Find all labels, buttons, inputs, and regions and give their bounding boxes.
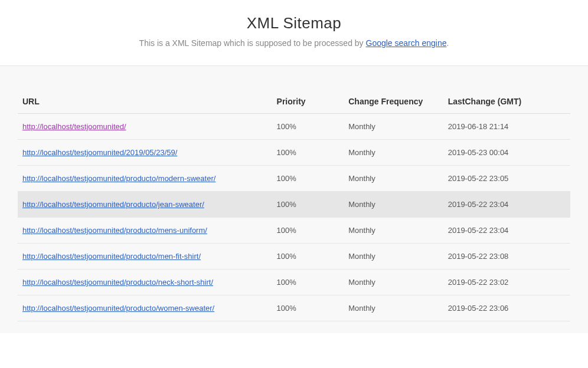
column-header-url: URL <box>18 90 272 114</box>
sitemap-url-link[interactable]: http://localhost/testjoomunited/producto… <box>22 252 201 261</box>
table-row: http://localhost/testjoomunited/producto… <box>18 244 570 270</box>
google-link[interactable]: Google search engine <box>366 38 447 48</box>
cell-last-change: 2019-05-22 23:04 <box>443 192 570 218</box>
column-header-change-frequency: Change Frequency <box>344 90 443 114</box>
subtitle-suffix: . <box>447 38 449 48</box>
cell-last-change: 2019-05-22 23:05 <box>443 166 570 192</box>
cell-priority: 100% <box>272 166 344 192</box>
cell-last-change: 2019-05-23 00:04 <box>443 140 570 166</box>
cell-change-frequency: Monthly <box>344 244 443 270</box>
table-row: http://localhost/testjoomunited/producto… <box>18 218 570 244</box>
cell-url: http://localhost/testjoomunited/producto… <box>18 218 272 244</box>
cell-url: http://localhost/testjoomunited/producto… <box>18 244 272 270</box>
cell-url: http://localhost/testjoomunited/producto… <box>18 295 272 321</box>
cell-change-frequency: Monthly <box>344 218 443 244</box>
cell-url: http://localhost/testjoomunited/producto… <box>18 192 272 218</box>
sitemap-url-link[interactable]: http://localhost/testjoomunited/producto… <box>22 278 213 287</box>
cell-change-frequency: Monthly <box>344 140 443 166</box>
cell-priority: 100% <box>272 218 344 244</box>
cell-change-frequency: Monthly <box>344 192 443 218</box>
cell-url: http://localhost/testjoomunited/ <box>18 114 272 140</box>
sitemap-url-link[interactable]: http://localhost/testjoomunited/2019/05/… <box>22 148 177 157</box>
cell-last-change: 2019-05-22 23:06 <box>443 295 570 321</box>
sitemap-url-link[interactable]: http://localhost/testjoomunited/producto… <box>22 226 207 235</box>
cell-change-frequency: Monthly <box>344 166 443 192</box>
cell-last-change: 2019-06-18 21:14 <box>443 114 570 140</box>
cell-url: http://localhost/testjoomunited/producto… <box>18 270 272 295</box>
table-row: http://localhost/testjoomunited/producto… <box>18 270 570 295</box>
page-title: XML Sitemap <box>12 14 576 32</box>
cell-change-frequency: Monthly <box>344 270 443 295</box>
cell-last-change: 2019-05-22 23:02 <box>443 270 570 295</box>
cell-priority: 100% <box>272 114 344 140</box>
table-row: http://localhost/testjoomunited/producto… <box>18 166 570 192</box>
sitemap-url-link[interactable]: http://localhost/testjoomunited/producto… <box>22 200 204 209</box>
cell-change-frequency: Monthly <box>344 114 443 140</box>
cell-last-change: 2019-05-22 23:08 <box>443 244 570 270</box>
cell-last-change: 2019-05-22 23:04 <box>443 218 570 244</box>
table-row: http://localhost/testjoomunited/producto… <box>18 295 570 321</box>
cell-url: http://localhost/testjoomunited/2019/05/… <box>18 140 272 166</box>
table-row: http://localhost/testjoomunited/100%Mont… <box>18 114 570 140</box>
column-header-priority: Priority <box>272 90 344 114</box>
cell-priority: 100% <box>272 270 344 295</box>
table-row: http://localhost/testjoomunited/producto… <box>18 192 570 218</box>
subtitle-prefix: This is a XML Sitemap which is supposed … <box>139 38 366 48</box>
page-subtitle: This is a XML Sitemap which is supposed … <box>12 38 576 48</box>
table-row: http://localhost/testjoomunited/2019/05/… <box>18 140 570 166</box>
sitemap-url-link[interactable]: http://localhost/testjoomunited/producto… <box>22 174 215 183</box>
page-header: XML Sitemap This is a XML Sitemap which … <box>0 0 588 65</box>
cell-priority: 100% <box>272 295 344 321</box>
cell-priority: 100% <box>272 140 344 166</box>
table-header-row: URL Priority Change Frequency LastChange… <box>18 90 570 114</box>
cell-url: http://localhost/testjoomunited/producto… <box>18 166 272 192</box>
sitemap-table-container: URL Priority Change Frequency LastChange… <box>0 65 588 333</box>
cell-priority: 100% <box>272 192 344 218</box>
sitemap-url-link[interactable]: http://localhost/testjoomunited/ <box>22 122 126 131</box>
sitemap-url-link[interactable]: http://localhost/testjoomunited/producto… <box>22 304 214 313</box>
cell-change-frequency: Monthly <box>344 295 443 321</box>
cell-priority: 100% <box>272 244 344 270</box>
sitemap-table: URL Priority Change Frequency LastChange… <box>18 90 570 321</box>
column-header-last-change: LastChange (GMT) <box>443 90 570 114</box>
